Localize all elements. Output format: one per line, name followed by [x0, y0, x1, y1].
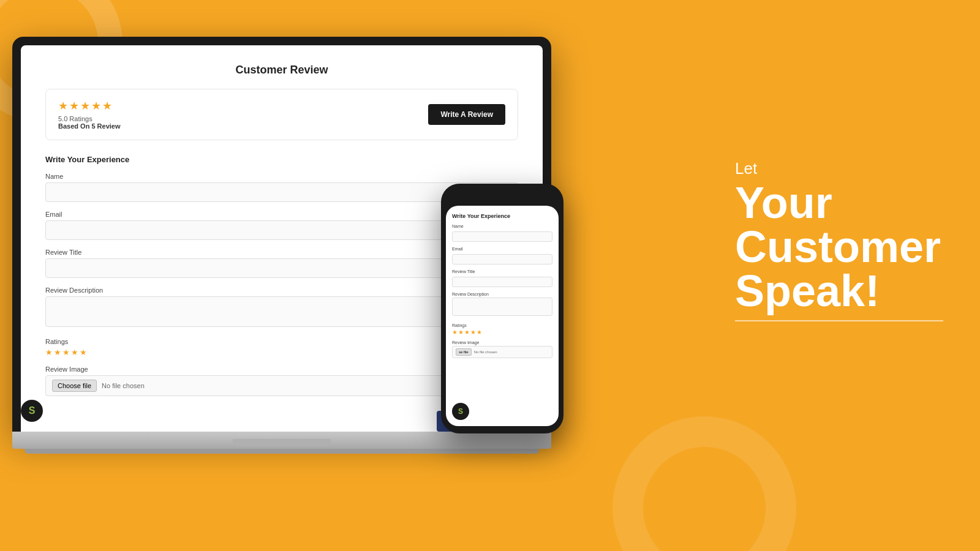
name-label: Name: [45, 173, 518, 180]
phone-star-3[interactable]: ★: [464, 329, 470, 335]
rating-star-5[interactable]: ★: [80, 348, 87, 357]
right-cta: Let Your Customer Speak!: [735, 159, 943, 321]
based-label: Based On 5 Review: [58, 122, 121, 130]
cta-line1: Your: [735, 181, 943, 225]
rating-star-4[interactable]: ★: [71, 348, 78, 357]
phone-no-file-text: No file chosen: [474, 350, 497, 354]
phone-name-group: Name: [452, 224, 552, 242]
rating-star-3[interactable]: ★: [62, 348, 70, 357]
phone-ratings-group: Ratings ★ ★ ★ ★ ★: [452, 323, 552, 335]
phone-review-title-group: Review Title: [452, 269, 552, 287]
phone-star-4[interactable]: ★: [470, 329, 476, 335]
cta-line3: Speak!: [735, 269, 943, 313]
phone-section-title: Write Your Experience: [452, 213, 552, 219]
let-label: Let: [735, 159, 943, 178]
rating-star-1[interactable]: ★: [45, 348, 53, 357]
phone-review-desc-textarea[interactable]: [452, 298, 552, 316]
phone-notch: [484, 191, 521, 202]
star-row: ★ ★ ★ ★ ★: [58, 99, 121, 113]
no-file-text: No file chosen: [102, 382, 145, 389]
phone-star-1[interactable]: ★: [452, 329, 458, 335]
laptop-base: [12, 432, 551, 449]
phone-file-input-row: se file No file chosen: [452, 346, 552, 358]
phone-review-desc-label: Review Description: [452, 292, 552, 296]
star-1: ★: [58, 99, 68, 113]
phone-star-2[interactable]: ★: [458, 329, 464, 335]
write-review-button[interactable]: Write A Review: [428, 104, 505, 125]
choose-file-button[interactable]: Choose file: [52, 380, 97, 392]
phone-review-title-label: Review Title: [452, 269, 552, 274]
phone-email-input[interactable]: [452, 254, 552, 264]
form-section-title: Write Your Experience: [45, 155, 518, 164]
rating-card: ★ ★ ★ ★ ★ 5.0 Ratings Based On 5 Review …: [45, 89, 518, 140]
phone-review-desc-group: Review Description: [452, 292, 552, 318]
star-5: ★: [102, 99, 112, 113]
phone-outer: Write Your Experience Name Email Review …: [441, 184, 564, 433]
phone-review-form: Write Your Experience Name Email Review …: [446, 206, 559, 370]
phone-choose-file-button[interactable]: se file: [456, 348, 472, 356]
laptop-foot: [24, 449, 539, 454]
phone-ratings-label: Ratings: [452, 323, 552, 328]
phone-email-group: Email: [452, 247, 552, 264]
cta-line2: Customer: [735, 225, 943, 269]
shopify-icon: S: [21, 400, 43, 422]
rating-summary: ★ ★ ★ ★ ★ 5.0 Ratings Based On 5 Review: [58, 99, 121, 130]
decorative-circle-2: [612, 416, 796, 551]
star-4: ★: [91, 99, 101, 113]
phone-review-image-group: Review Image se file No file chosen: [452, 340, 552, 358]
star-2: ★: [69, 99, 79, 113]
laptop-stand: [233, 439, 331, 446]
rating-label: 5.0 Ratings: [58, 115, 121, 122]
phone-star-5[interactable]: ★: [477, 329, 482, 335]
shopify-badge-phone: S: [452, 403, 469, 420]
phone-review-image-label: Review Image: [452, 340, 552, 345]
phone-screen: Write Your Experience Name Email Review …: [446, 206, 559, 426]
phone-name-label: Name: [452, 224, 552, 228]
page-title: Customer Review: [45, 64, 518, 77]
rating-star-2[interactable]: ★: [54, 348, 61, 357]
phone-review-title-input[interactable]: [452, 277, 552, 287]
phone-mockup: Write Your Experience Name Email Review …: [441, 184, 564, 433]
phone-email-label: Email: [452, 247, 552, 251]
divider-line: [735, 320, 943, 321]
star-3: ★: [80, 99, 90, 113]
phone-ratings-stars[interactable]: ★ ★ ★ ★ ★: [452, 329, 552, 335]
phone-name-input[interactable]: [452, 231, 552, 242]
